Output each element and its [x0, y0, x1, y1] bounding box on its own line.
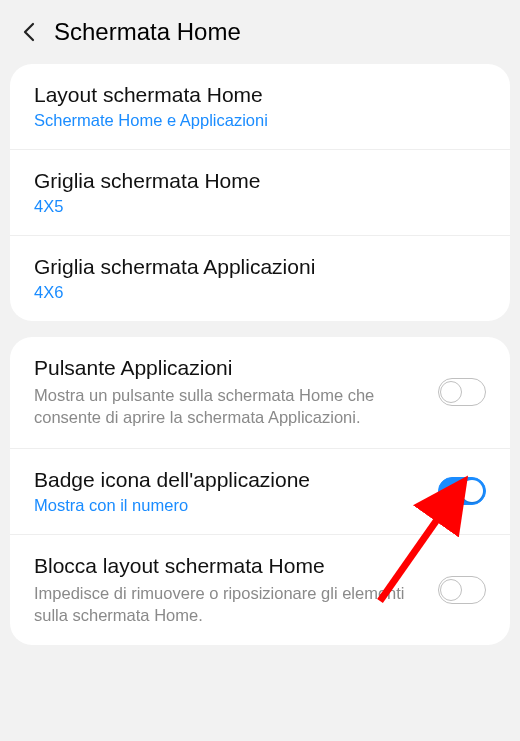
row-description: Impedisce di rimuovere o riposizionare g…	[34, 582, 422, 627]
row-subtitle: Schermate Home e Applicazioni	[34, 111, 486, 130]
row-text: Pulsante Applicazioni Mostra un pulsante…	[34, 356, 422, 429]
row-subtitle: 4X6	[34, 283, 486, 302]
row-subtitle: 4X5	[34, 197, 486, 216]
row-title: Griglia schermata Home	[34, 169, 486, 193]
toggle-knob	[440, 579, 462, 601]
row-layout-home[interactable]: Layout schermata Home Schermate Home e A…	[10, 64, 510, 150]
toggle-badge-icona[interactable]	[438, 477, 486, 505]
settings-card-1: Layout schermata Home Schermate Home e A…	[10, 64, 510, 321]
row-griglia-applicazioni[interactable]: Griglia schermata Applicazioni 4X6	[10, 236, 510, 321]
row-title: Blocca layout schermata Home	[34, 554, 422, 578]
row-pulsante-applicazioni[interactable]: Pulsante Applicazioni Mostra un pulsante…	[10, 337, 510, 449]
row-blocca-layout[interactable]: Blocca layout schermata Home Impedisce d…	[10, 535, 510, 646]
row-text: Badge icona dell'applicazione Mostra con…	[34, 468, 422, 515]
row-description: Mostra un pulsante sulla schermata Home …	[34, 384, 422, 429]
toggle-knob	[461, 480, 483, 502]
toggle-knob	[440, 381, 462, 403]
row-title: Layout schermata Home	[34, 83, 486, 107]
header: Schermata Home	[0, 0, 520, 64]
row-text: Blocca layout schermata Home Impedisce d…	[34, 554, 422, 627]
row-badge-icona[interactable]: Badge icona dell'applicazione Mostra con…	[10, 449, 510, 535]
toggle-pulsante-applicazioni[interactable]	[438, 378, 486, 406]
row-griglia-home[interactable]: Griglia schermata Home 4X5	[10, 150, 510, 236]
page-title: Schermata Home	[54, 18, 241, 46]
settings-card-2: Pulsante Applicazioni Mostra un pulsante…	[10, 337, 510, 645]
toggle-blocca-layout[interactable]	[438, 576, 486, 604]
back-icon[interactable]	[22, 20, 36, 44]
row-title: Pulsante Applicazioni	[34, 356, 422, 380]
row-title: Badge icona dell'applicazione	[34, 468, 422, 492]
row-title: Griglia schermata Applicazioni	[34, 255, 486, 279]
row-subtitle: Mostra con il numero	[34, 496, 422, 515]
